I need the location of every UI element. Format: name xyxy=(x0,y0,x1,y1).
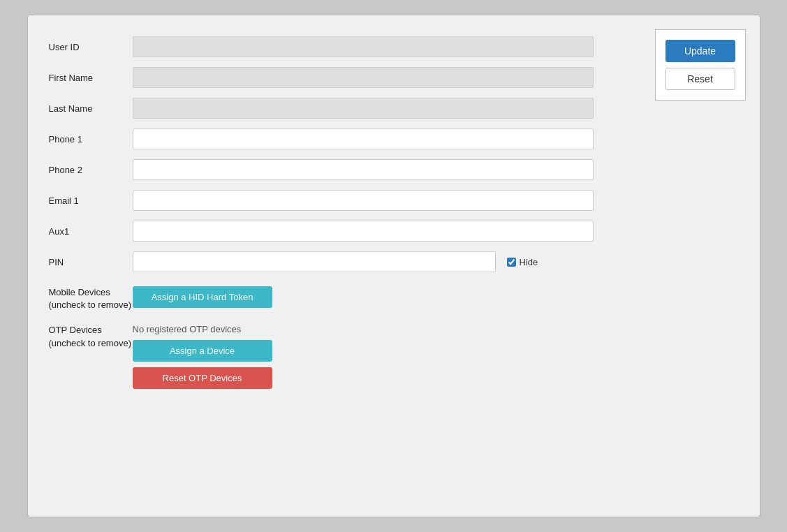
assign-hid-button[interactable]: Assign a HID Hard Token xyxy=(133,286,272,308)
reset-otp-button[interactable]: Reset OTP Devices xyxy=(133,367,272,389)
main-panel: Update Reset User ID First Name Last Nam… xyxy=(27,15,760,517)
aux1-input[interactable] xyxy=(133,221,594,242)
user-id-row: User ID xyxy=(49,36,739,57)
phone1-input[interactable] xyxy=(133,128,594,149)
user-id-label: User ID xyxy=(49,42,133,52)
aux1-row: Aux1 xyxy=(49,221,739,242)
phone1-label: Phone 1 xyxy=(49,134,133,145)
phone2-label: Phone 2 xyxy=(49,165,133,175)
first-name-label: First Name xyxy=(49,73,133,83)
first-name-row: First Name xyxy=(49,67,739,88)
email1-row: Email 1 xyxy=(49,190,739,211)
hide-checkbox-wrap: Hide xyxy=(507,257,538,267)
pin-input[interactable] xyxy=(133,251,496,272)
phone1-row: Phone 1 xyxy=(49,128,739,149)
last-name-row: Last Name xyxy=(49,98,739,119)
otp-devices-label: OTP Devices (uncheck to remove) xyxy=(49,324,133,389)
devices-section: Mobile Devices (uncheck to remove) Assig… xyxy=(49,286,739,389)
reset-form-button[interactable]: Reset xyxy=(665,68,735,90)
hide-label: Hide xyxy=(520,257,538,267)
no-otp-text: No registered OTP devices xyxy=(133,324,739,334)
otp-devices-content: No registered OTP devices Assign a Devic… xyxy=(133,324,739,389)
pin-label: PIN xyxy=(49,257,133,267)
email1-input[interactable] xyxy=(133,190,594,211)
first-name-input[interactable] xyxy=(133,67,594,88)
assign-device-button[interactable]: Assign a Device xyxy=(133,340,272,362)
aux1-label: Aux1 xyxy=(49,226,133,237)
user-id-input[interactable] xyxy=(133,36,594,57)
mobile-devices-row: Mobile Devices (uncheck to remove) Assig… xyxy=(49,286,739,311)
pin-input-group: Hide xyxy=(133,251,538,272)
last-name-input[interactable] xyxy=(133,98,594,119)
hide-checkbox[interactable] xyxy=(507,258,516,267)
phone2-input[interactable] xyxy=(133,159,594,180)
otp-devices-row: OTP Devices (uncheck to remove) No regis… xyxy=(49,324,739,389)
email1-label: Email 1 xyxy=(49,195,133,206)
pin-row: PIN Hide xyxy=(49,251,739,272)
phone2-row: Phone 2 xyxy=(49,159,739,180)
update-button[interactable]: Update xyxy=(665,40,735,62)
action-box: Update Reset xyxy=(655,29,746,101)
mobile-devices-content: Assign a HID Hard Token xyxy=(133,286,739,311)
mobile-devices-label: Mobile Devices (uncheck to remove) xyxy=(49,286,133,311)
last-name-label: Last Name xyxy=(49,103,133,114)
